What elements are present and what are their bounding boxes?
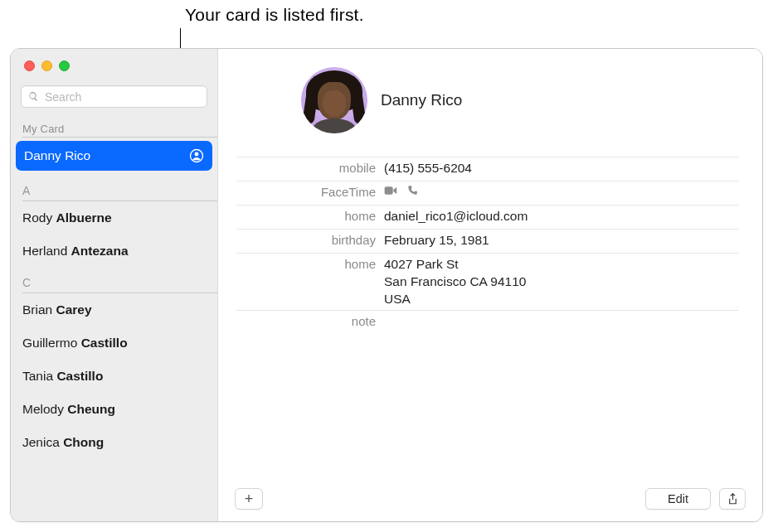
detail-pane: Danny Rico mobile (415) 555-6204 FaceTim… [218, 49, 762, 521]
list-item[interactable]: Rody Albuerne [11, 201, 217, 235]
close-window-button[interactable] [24, 60, 35, 71]
contact-last-name: Castillo [56, 369, 103, 383]
field-label: note [236, 312, 384, 328]
facetime-audio-icon[interactable] [406, 185, 419, 196]
section-header-a: A [11, 176, 217, 201]
field-mobile[interactable]: mobile (415) 555-6204 [236, 157, 739, 181]
callout-annotation: Your card is listed first. [185, 5, 364, 25]
contact-first-name: Tania [22, 369, 53, 383]
list-item[interactable]: Melody Cheung [11, 393, 217, 426]
avatar[interactable] [301, 67, 367, 133]
list-item[interactable]: Brian Carey [11, 293, 217, 326]
facetime-video-icon[interactable] [384, 185, 397, 196]
contact-last-name: Rico [65, 148, 90, 162]
contact-first-name: Guillermo [22, 336, 77, 350]
contact-display-name: Danny Rico [381, 91, 462, 109]
field-facetime[interactable]: FaceTime [236, 181, 739, 205]
search-icon [28, 91, 39, 102]
add-contact-button[interactable]: + [235, 488, 263, 510]
contact-last-name: Albuerne [56, 210, 112, 225]
contact-first-name: Danny [24, 148, 61, 162]
list-item[interactable]: Tania Castillo [11, 360, 217, 393]
toolbar: + Edit [218, 476, 762, 521]
minimize-window-button[interactable] [41, 60, 52, 71]
my-card-section-label: My Card [11, 113, 217, 137]
field-birthday[interactable]: birthday February 15, 1981 [236, 230, 739, 253]
svg-point-1 [195, 152, 199, 156]
zoom-window-button[interactable] [59, 60, 70, 71]
svg-rect-2 [385, 186, 393, 194]
my-card-badge-icon [189, 148, 204, 163]
contacts-window: My Card Danny Rico A Rody Albuerne Herla… [10, 48, 763, 522]
field-label: mobile [236, 159, 384, 175]
contact-last-name: Antezana [71, 244, 129, 258]
edit-button[interactable]: Edit [645, 488, 711, 510]
list-item[interactable]: Guillermo Castillo [11, 326, 217, 360]
contact-first-name: Brian [22, 302, 52, 317]
contact-last-name: Carey [56, 302, 92, 317]
field-label: birthday [236, 231, 384, 247]
contact-first-name: Rody [22, 210, 52, 225]
share-icon [727, 493, 738, 505]
field-value: 4027 Park St San Francisco CA 94110 USA [384, 255, 739, 308]
field-label: FaceTime [236, 183, 384, 199]
sidebar: My Card Danny Rico A Rody Albuerne Herla… [11, 49, 218, 521]
contact-last-name: Chong [63, 435, 104, 449]
contact-first-name: Jenica [22, 435, 60, 449]
field-label: home [236, 207, 384, 223]
field-value: daniel_rico1@icloud.com [384, 207, 739, 225]
field-value [384, 312, 739, 313]
field-note[interactable]: note [236, 311, 739, 334]
field-address[interactable]: home 4027 Park St San Francisco CA 94110… [236, 254, 739, 310]
field-email[interactable]: home daniel_rico1@icloud.com [236, 206, 739, 229]
section-header-c: C [11, 268, 217, 293]
window-controls [11, 49, 217, 79]
field-label: home [236, 255, 384, 271]
field-value: (415) 555-6204 [384, 159, 739, 177]
sidebar-item-my-card[interactable]: Danny Rico [16, 141, 212, 171]
search-field[interactable] [21, 85, 207, 108]
contact-first-name: Melody [22, 402, 64, 416]
field-value: February 15, 1981 [384, 231, 739, 249]
share-button[interactable] [719, 488, 746, 510]
list-item[interactable]: Jenica Chong [11, 426, 217, 459]
list-item[interactable]: Herland Antezana [11, 235, 217, 268]
contact-last-name: Castillo [81, 336, 128, 350]
contact-first-name: Herland [22, 244, 67, 258]
search-input[interactable] [21, 85, 207, 108]
contact-last-name: Cheung [67, 402, 115, 416]
